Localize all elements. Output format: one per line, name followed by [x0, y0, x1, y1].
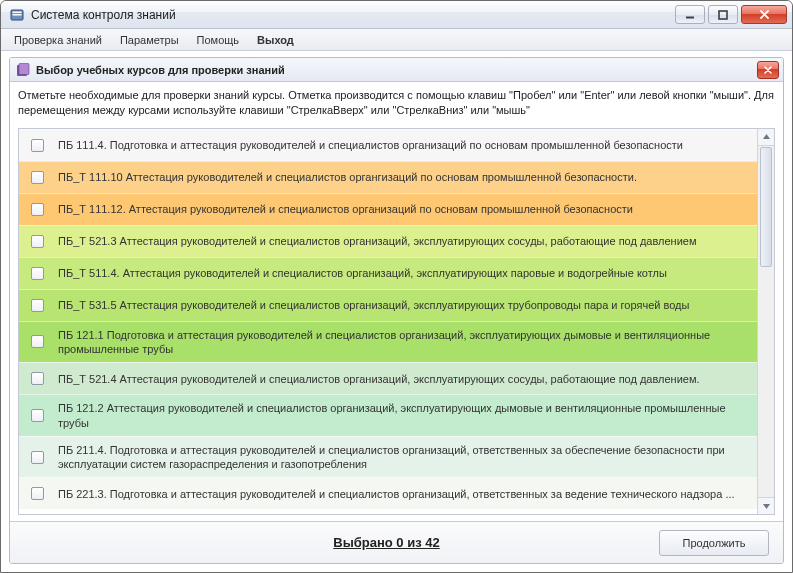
- course-checkbox[interactable]: [31, 267, 44, 280]
- course-checkbox[interactable]: [31, 299, 44, 312]
- course-checkbox[interactable]: [31, 171, 44, 184]
- course-select-panel: Выбор учебных курсов для проверки знаний…: [9, 57, 784, 564]
- menu-item-help[interactable]: Помощь: [188, 29, 249, 50]
- list-item[interactable]: ПБ_Т 521.4 Аттестация руководителей и сп…: [19, 362, 757, 394]
- content-area: Выбор учебных курсов для проверки знаний…: [1, 51, 792, 572]
- menubar: Проверка знаний Параметры Помощь Выход: [1, 29, 792, 51]
- continue-button[interactable]: Продолжить: [659, 530, 769, 556]
- course-list-container: ПБ 111.4. Подготовка и аттестация руково…: [18, 128, 775, 515]
- list-item[interactable]: ПБ_Т 111.12. Аттестация руководителей и …: [19, 193, 757, 225]
- menu-item-params[interactable]: Параметры: [111, 29, 188, 50]
- list-item[interactable]: ПБ 221.3. Подготовка и аттестация руково…: [19, 477, 757, 509]
- course-label: ПБ_Т 521.3 Аттестация руководителей и сп…: [58, 234, 749, 248]
- instructions-text: Отметьте необходимые для проверки знаний…: [10, 82, 783, 128]
- svg-rect-1: [13, 14, 22, 16]
- close-button[interactable]: [741, 5, 787, 24]
- course-checkbox[interactable]: [31, 139, 44, 152]
- menu-item-check[interactable]: Проверка знаний: [5, 29, 111, 50]
- list-item[interactable]: ПБ 121.1 Подготовка и аттестация руковод…: [19, 321, 757, 363]
- course-checkbox[interactable]: [31, 335, 44, 348]
- course-checkbox[interactable]: [31, 203, 44, 216]
- panel-title: Выбор учебных курсов для проверки знаний: [36, 64, 285, 76]
- course-label: ПБ 211.4. Подготовка и аттестация руково…: [58, 443, 749, 472]
- list-item[interactable]: ПБ_Т 111.10 Аттестация руководителей и с…: [19, 161, 757, 193]
- list-item[interactable]: ПБ_Т 511.4. Аттестация руководителей и с…: [19, 257, 757, 289]
- course-label: ПБ_Т 111.10 Аттестация руководителей и с…: [58, 170, 749, 184]
- course-checkbox[interactable]: [31, 487, 44, 500]
- scroll-down-button[interactable]: [758, 497, 774, 514]
- list-item[interactable]: ПБ_Т 531.5 Аттестация руководителей и сп…: [19, 289, 757, 321]
- list-item[interactable]: ПБ 111.4. Подготовка и аттестация руково…: [19, 129, 757, 161]
- window-buttons: [675, 5, 787, 24]
- minimize-button[interactable]: [675, 5, 705, 24]
- list-item[interactable]: ПБ_Т 521.3 Аттестация руководителей и сп…: [19, 225, 757, 257]
- course-list[interactable]: ПБ 111.4. Подготовка и аттестация руково…: [19, 129, 757, 514]
- list-item[interactable]: ПБ 121.2 Аттестация руководителей и спец…: [19, 394, 757, 436]
- maximize-button[interactable]: [708, 5, 738, 24]
- panel-close-button[interactable]: [757, 61, 779, 79]
- course-label: ПБ 121.2 Аттестация руководителей и спец…: [58, 401, 749, 430]
- course-label: ПБ_Т 511.4. Аттестация руководителей и с…: [58, 266, 749, 280]
- svg-rect-3: [686, 16, 694, 18]
- course-checkbox[interactable]: [31, 372, 44, 385]
- course-label: ПБ_Т 531.5 Аттестация руководителей и сп…: [58, 298, 749, 312]
- course-label: ПБ 121.1 Подготовка и аттестация руковод…: [58, 328, 749, 357]
- svg-rect-4: [719, 11, 727, 19]
- scrollbar[interactable]: [757, 129, 774, 514]
- svg-rect-6: [19, 63, 29, 74]
- scroll-thumb[interactable]: [760, 147, 772, 267]
- course-checkbox[interactable]: [31, 235, 44, 248]
- titlebar: Система контроля знаний: [1, 1, 792, 29]
- course-checkbox[interactable]: [31, 409, 44, 422]
- app-icon: [9, 7, 25, 23]
- panel-icon: [16, 63, 30, 77]
- course-label: ПБ_Т 521.4 Аттестация руководителей и сп…: [58, 372, 749, 386]
- selected-count-label: Выбрано 0 из 42: [24, 535, 659, 550]
- course-label: ПБ 221.3. Подготовка и аттестация руково…: [58, 487, 749, 501]
- course-checkbox[interactable]: [31, 451, 44, 464]
- list-item[interactable]: ПБ 211.4. Подготовка и аттестация руково…: [19, 436, 757, 478]
- course-label: ПБ_Т 111.12. Аттестация руководителей и …: [58, 202, 749, 216]
- scroll-up-button[interactable]: [758, 129, 774, 146]
- panel-footer: Выбрано 0 из 42 Продолжить: [10, 521, 783, 563]
- panel-body: Отметьте необходимые для проверки знаний…: [10, 82, 783, 563]
- panel-header: Выбор учебных курсов для проверки знаний: [10, 58, 783, 82]
- course-label: ПБ 111.4. Подготовка и аттестация руково…: [58, 138, 749, 152]
- window-title: Система контроля знаний: [31, 8, 675, 22]
- menu-item-exit[interactable]: Выход: [248, 29, 303, 50]
- svg-rect-2: [13, 11, 22, 13]
